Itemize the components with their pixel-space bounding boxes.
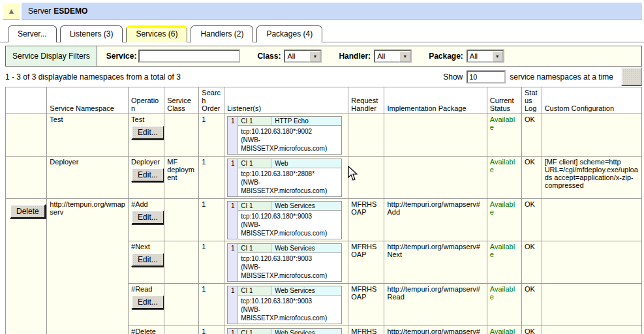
request-handler-cell: MFRHSOAP [348,326,384,334]
class-filter-value: All [285,52,309,60]
listener-name: Web Services [271,329,341,334]
listeners-cell: 1 CI 1 Web Services tcp:10.120.63.180*:9… [224,326,348,334]
listener-name: Web Services [271,202,341,210]
refresh-button-partial[interactable] [621,67,642,86]
search-order-cell: 1 [199,284,224,326]
tab-bar: Server... Listeners (3) Services (6) Han… [0,20,644,42]
status-log-cell: OK [521,241,542,284]
current-status-cell: Available [487,114,521,157]
request-handler-cell [348,114,384,157]
collapse-button[interactable]: ▲ [3,3,20,20]
current-status-cell: Available [487,241,521,284]
header-current-status: Current Status [487,87,521,114]
tab-handlers[interactable]: Handlers (2) [191,25,253,42]
listener-endpoint: tcp:10.120.63.180*:9003 [238,253,341,263]
request-handler-cell: MFRHSOAP [348,241,384,284]
class-filter-select[interactable]: All ▼ [284,50,322,63]
header-service-namespace: Service Namespace [47,87,129,114]
listener-box: 1 CI 1 Web tcp:10.120.63.180*:2808* (NWB… [227,159,342,197]
operation-cell: Deployer Edit... [129,157,164,199]
request-handler-cell: MFRHSOAP [348,284,384,326]
operation-cell: Test Edit... [129,114,164,157]
operation-name: #Delete [131,327,156,334]
header-service-class: Service Class [164,87,199,114]
listener-index: 1 [228,159,238,196]
current-status-cell: Available [487,326,521,334]
row-actions-cell [6,114,47,157]
header-listeners: Listener(s) [224,87,348,114]
listener-conversation: CI 1 [238,159,271,168]
listener-box: 1 CI 1 Web Services tcp:10.120.63.180*:9… [227,201,342,239]
services-table: Service Namespace Operation Service Clas… [5,87,642,334]
impl-package-cell: http://tempuri.org/wmapserv#Add [384,199,487,241]
tab-server[interactable]: Server... [8,25,57,42]
content-area: Service Display Filters Service: Class: … [5,46,642,334]
server-title: Server ESDEMO [22,3,642,20]
listener-name: Web Services [271,244,341,252]
listener-host: (NWB-MBISSETXP.microfocus.com) [238,220,341,239]
service-class-cell [164,199,199,241]
header-status-log: Status Log [521,87,542,114]
service-filter-input[interactable] [138,50,240,63]
delete-button[interactable]: Delete [10,204,46,219]
show-label: Show [443,72,463,82]
listener-box: 1 CI 1 Web Services tcp:10.120.63.180*:9… [227,286,342,324]
operation-cell: #Delete Edit... [129,326,164,334]
show-suffix: service namespaces at a time [510,72,613,82]
status-log-cell: OK [521,326,542,334]
edit-button[interactable]: Edit... [131,125,164,140]
custom-config-cell [542,284,641,326]
service-filter-label: Service: [106,52,137,61]
listeners-cell: 1 CI 1 Web Services tcp:10.120.63.180*:9… [224,241,348,284]
listener-endpoint: tcp:10.120.63.180*:9003 [238,296,341,305]
listener-host: (NWB-MBISSETXP.microfocus.com) [238,263,341,281]
status-log-cell: OK [521,157,542,199]
service-class-cell [164,326,199,334]
current-status-cell: Available [487,284,521,326]
show-count-input[interactable] [467,70,506,84]
header-search-order: Search Order [199,87,224,114]
row-actions-cell: Delete [6,199,47,334]
edit-button[interactable]: Edit... [131,210,164,224]
listener-conversation: CI 1 [238,329,271,334]
listener-box: 1 CI 1 Web Services tcp:10.120.63.180*:9… [227,243,342,282]
namespace-cell: http://tempuri.org/wmapserv [47,199,129,334]
edit-button[interactable]: Edit... [131,168,164,182]
search-order-cell: 1 [199,241,224,284]
listener-conversation: CI 1 [238,286,271,295]
listener-name: Web Services [271,286,341,295]
listeners-cell: 1 CI 1 Web Services tcp:10.120.63.180*:9… [224,284,348,326]
custom-config-cell [542,199,641,241]
impl-package-cell [384,157,487,199]
chevron-down-icon[interactable]: ▼ [492,51,503,62]
chevron-down-icon[interactable]: ▼ [399,51,410,62]
tab-packages[interactable]: Packages (4) [256,25,322,42]
row-actions-cell [6,157,47,199]
service-class-cell [164,284,199,326]
listener-index: 1 [228,329,238,334]
listener-host: (NWB-MBISSETXP.microfocus.com) [238,305,341,324]
listener-name: HTTP Echo [271,117,341,125]
package-filter-label: Package: [429,52,463,61]
current-status-cell: Available [487,199,521,241]
header-request-handler: Request Handler [348,87,384,114]
tab-listeners[interactable]: Listeners (3) [60,25,123,42]
custom-config-cell: [MF client] scheme=http URL=/cgi/mfdeplo… [542,157,641,199]
edit-button[interactable]: Edit... [131,295,164,309]
edit-button[interactable]: Edit... [131,252,164,267]
tab-services[interactable]: Services (6) [126,25,187,42]
operation-cell: #Next Edit... [129,241,164,284]
listener-host: (NWB-MBISSETXP.microfocus.com) [238,136,341,154]
listener-host: (NWB-MBISSETXP.microfocus.com) [238,178,341,196]
header-actions [6,87,47,114]
chevron-down-icon[interactable]: ▼ [309,51,320,62]
search-order-cell: 1 [199,326,224,334]
handler-filter-select[interactable]: All ▼ [374,50,412,63]
custom-config-cell [542,241,641,284]
listener-index: 1 [228,117,238,154]
collapse-triangle-icon: ▲ [8,7,16,16]
operation-name: #Next [131,243,150,250]
table-row: Test Test Edit... 1 1 CI 1 HTTP Echo tcp… [6,114,642,157]
listener-index: 1 [228,202,238,239]
package-filter-select[interactable]: All ▼ [467,50,504,63]
